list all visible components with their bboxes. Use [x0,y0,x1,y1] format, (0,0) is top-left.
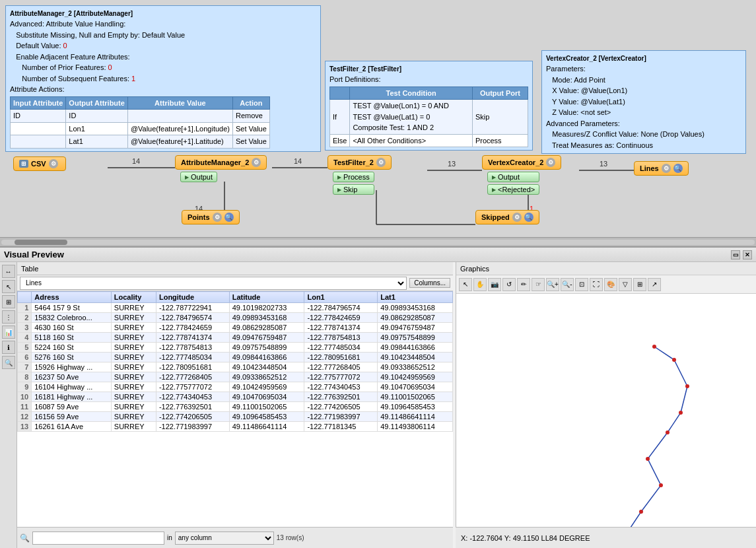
csv-label: CSV [31,160,46,168]
points-search[interactable]: 🔍 [224,213,234,222]
testfilter-skip-port[interactable]: ▶ Skip [333,184,374,195]
attr-manager-output-port[interactable]: ▶ Output [180,172,217,182]
g-export-btn[interactable]: ↗ [648,278,661,291]
g-extent-btn[interactable]: ⛶ [590,278,603,291]
points-node[interactable]: Points ⚙ 🔍 [182,210,240,224]
lines-search[interactable]: 🔍 [673,164,683,173]
testfilter-info-box: TestFilter_2 [TestFilter] Port Definitio… [325,61,533,151]
vertex-creator-gear[interactable]: ⚙ [546,158,555,167]
scroll-track [1,240,755,245]
svg-text:13: 13 [448,160,456,168]
canvas-area: 14 14 13 13 14 1 AttributeManager_2 [Att… [0,0,756,248]
tb-pointer-btn[interactable]: ↖ [2,280,15,293]
skipped-search[interactable]: 🔍 [524,213,533,222]
map-point [666,430,670,434]
tb-chart-btn[interactable]: 📊 [2,325,15,339]
table-header-row: Adress Locality Longitude Latitude Lon1 … [18,292,453,303]
g-filter-btn[interactable]: ▽ [619,278,632,291]
table-scroll-container[interactable]: Adress Locality Longitude Latitude Lon1 … [17,291,453,432]
vp-window-controls: ▭ ✕ [731,250,752,259]
vp-restore-btn[interactable]: ▭ [731,250,740,259]
lines-node-label: Lines [640,164,659,172]
tb-info-btn[interactable]: ℹ [2,341,15,354]
tb-table-btn[interactable]: ⊞ [2,295,15,308]
graphics-status-bar: X: -122.7604 Y: 49.1150 LL84 DEGREE [456,527,756,548]
attr-manager-info-box: AttributeManager_2 [AttributeManager] Ad… [5,5,321,152]
graphics-toolbar: ↖ ✋ 📷 ↺ ✏ ☞ 🔍+ 🔍- ⊡ ⛶ 🎨 ▽ ⊞ ↗ [456,275,756,294]
visual-preview-panel: Visual Preview ▭ ✕ ↔ ↖ ⊞ ⋮ 📊 ℹ 🔍 Table L… [0,248,756,548]
vertex-creator-node[interactable]: VertexCreator_2 ⚙ ▶ Output ▶ <Rejected> [482,155,561,195]
table-body: 15464 157 9 StSURREY-122.78772294149.101… [18,303,453,432]
lines-node-body[interactable]: Lines ⚙ 🔍 [634,161,689,176]
canvas-scrollbar[interactable] [0,237,756,246]
attr-manager-node-body[interactable]: AttributeManager_2 ⚙ [175,155,267,170]
table-row: 55224 160 StSURREY-122.77875481349.09757… [18,343,453,353]
testfilter-node[interactable]: TestFilter_2 ⚙ ▶ Process ▶ Skip [327,155,392,195]
g-refresh-btn[interactable]: ↺ [502,278,516,291]
attr-manager-gear[interactable]: ⚙ [252,158,261,167]
table-row: IDIDRemove [11,110,270,123]
g-camera-btn[interactable]: 📷 [488,278,501,291]
vp-close-btn[interactable]: ✕ [743,250,752,259]
g-hand-btn[interactable]: ✋ [473,278,487,291]
columns-button[interactable]: Columns... [409,278,450,288]
scroll-thumb[interactable] [15,240,67,245]
g-select-btn[interactable]: ↖ [459,278,472,291]
visual-preview-title: Visual Preview [4,250,64,259]
csv-node-body[interactable]: ⊞ CSV ⚙ [13,156,66,171]
table-selector-row: Lines Columns... [17,275,453,291]
map-point [685,384,689,388]
table-row: Lon1@Value(feature[+1].Longitude)Set Val… [11,122,270,135]
csv-node[interactable]: ⊞ CSV ⚙ [13,156,66,171]
search-input[interactable] [32,531,164,545]
table-row: 1116087 59 AveSURREY-122.77639250149.110… [18,402,453,412]
attr-manager-table: Input Attribute Output Attribute Attribu… [10,96,270,149]
vp-bottom-search-bar: 🔍 in any column 13 row(s) [17,527,453,548]
skipped-node-body[interactable]: Skipped ⚙ 🔍 [475,210,539,224]
g-draw-btn[interactable]: ✏ [517,278,530,291]
testfilter-table: Test Condition Output Port If TEST @Valu… [329,86,528,148]
table-selector[interactable]: Lines [20,277,407,290]
testfilter-gear[interactable]: ⚙ [376,158,386,167]
attr-manager-node[interactable]: AttributeManager_2 ⚙ ▶ Output [175,155,267,182]
lines-gear[interactable]: ⚙ [662,164,671,173]
tb-move-btn[interactable]: ↔ [2,265,15,278]
graphics-label: Graphics [460,265,489,273]
table-row: 715926 Highway ...SURREY-122.78095168149… [18,362,453,372]
g-zoom-out-btn[interactable]: 🔍- [561,278,574,291]
tb-filter-btn[interactable]: 🔍 [2,356,15,369]
table-row: 34630 160 StSURREY-122.77842465949.08629… [18,323,453,333]
vertex-rejected-port[interactable]: ▶ <Rejected> [487,184,539,195]
lines-node[interactable]: Lines ⚙ 🔍 [634,161,689,176]
testfilter-node-body[interactable]: TestFilter_2 ⚙ [327,155,392,170]
g-grid-btn[interactable]: ⊞ [633,278,646,291]
graphics-header: Graphics [456,262,756,275]
coord-status: X: -122.7604 Y: 49.1150 LL84 DEGREE [461,534,590,542]
tb-grid-btn[interactable]: ⋮ [2,310,15,324]
vp-left-toolbar: ↔ ↖ ⊞ ⋮ 📊 ℹ 🔍 [0,262,17,548]
testfilter-ports: ▶ Process ▶ Skip [333,171,374,195]
points-node-body[interactable]: Points ⚙ 🔍 [182,210,240,224]
skipped-node[interactable]: Skipped ⚙ 🔍 [475,210,539,224]
g-zoom-in-btn[interactable]: 🔍+ [546,278,559,291]
map-point [639,510,643,514]
table-row: 15464 157 9 StSURREY-122.78772294149.101… [18,303,453,313]
vp-graphics-area: Graphics ↖ ✋ 📷 ↺ ✏ ☞ 🔍+ 🔍- ⊡ ⛶ 🎨 ▽ ⊞ ↗ [456,262,756,527]
points-gear[interactable]: ⚙ [213,213,222,222]
vertex-creator-node-label: VertexCreator_2 [488,158,543,166]
table-row: 45118 160 StSURREY-122.77874137449.09476… [18,333,453,343]
vertex-creator-node-body[interactable]: VertexCreator_2 ⚙ [482,155,561,170]
vertex-output-port[interactable]: ▶ Output [487,172,539,182]
g-style-btn[interactable]: 🎨 [604,278,617,291]
points-node-label: Points [188,213,210,221]
csv-gear[interactable]: ⚙ [49,159,58,168]
column-select[interactable]: any column [175,531,274,545]
search-icon: 🔍 [20,533,30,543]
g-hand2-btn[interactable]: ☞ [532,278,545,291]
attr-manager-ports: ▶ Output [180,171,217,182]
vertex-output-label: Output [498,173,520,181]
g-zoom-fit-btn[interactable]: ⊡ [575,278,588,291]
table-row: 1016181 Highway ...SURREY-122.7743404534… [18,392,453,402]
skipped-gear[interactable]: ⚙ [512,213,522,222]
testfilter-process-port[interactable]: ▶ Process [333,172,374,182]
